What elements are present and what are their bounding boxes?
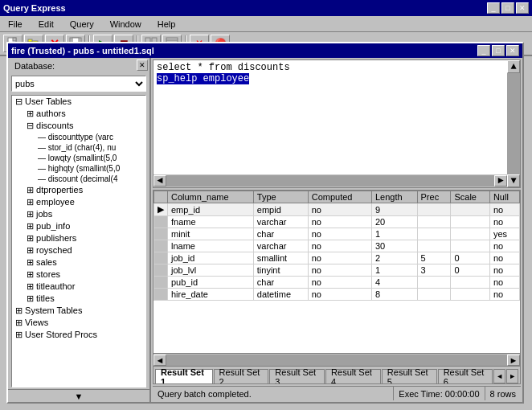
tab-result-set-1[interactable]: Result Set 1 [155,369,213,383]
cell-prec: 5 [417,252,451,264]
h-scroll-right[interactable]: ► [494,175,507,187]
menu-edit[interactable]: Edit [34,18,59,30]
cell-null: no [489,216,519,228]
cell-computed: no [308,203,371,216]
inner-window: fire (Trusted) - pubs - untitled1.sql _ … [6,42,524,404]
tree-item-pubinfo[interactable]: ⊞ pub_info [12,220,145,232]
tree-item-discounttype[interactable]: — discounttype (varc [12,132,145,142]
row-indicator [154,252,168,264]
h-scroll-track [166,175,494,187]
menu-window[interactable]: Window [105,18,146,30]
cell-col-name: pub_id [168,277,254,289]
tree-item-jobs[interactable]: ⊞ jobs [12,208,145,220]
tab-result-set-5[interactable]: Result Set 5 [382,369,437,383]
cell-type: char [253,228,308,240]
cell-col-name: hire_date [168,289,254,301]
cell-type: char [253,277,308,289]
cell-length: 20 [371,216,417,228]
tab-scroll-left[interactable]: ◄ [493,369,505,383]
results-h-scroll-right[interactable]: ► [507,355,520,366]
inner-title-bar: fire (Trusted) - pubs - untitled1.sql _ … [8,43,522,58]
cell-null: no [489,289,519,301]
scroll-track [507,73,520,174]
cell-computed: no [308,252,371,264]
tree-item-sales[interactable]: ⊞ sales [12,256,145,269]
results-h-scroll-left[interactable]: ◄ [153,355,166,366]
tree-item-stored-procs[interactable]: ⊞ User Stored Procs [12,329,145,341]
status-message: Query batch completed. [153,387,394,400]
tree-scroll-arrow[interactable]: ▼ [8,389,149,402]
tree-item-titles[interactable]: ⊞ titles [12,293,145,305]
sql-editor[interactable]: select * from discounts sp_help employee… [153,59,521,188]
cell-type: smallint [253,252,308,264]
cell-prec [417,277,451,289]
tree-item-label: titleauthor [36,281,75,291]
tree-item-user-tables[interactable]: ⊟ User Tables [12,96,145,108]
cell-length: 1 [371,228,417,240]
col-header-column-name: Column_name [168,191,254,203]
tree-item-label: authors [36,109,66,118]
tree-item-titleauthor[interactable]: ⊞ titleauthor [12,281,145,293]
tree-item-system-tables[interactable]: ⊞ System Tables [12,305,145,317]
tree-item-label: employee [36,197,75,207]
minimize-button[interactable]: _ [487,2,500,14]
tree-item-discounts[interactable]: ⊟ discounts [12,120,145,132]
tree-item-stores[interactable]: ⊞ stores [12,269,145,281]
tree-item-dtproperties[interactable]: ⊞ dtproperties [12,184,145,196]
inner-close-button[interactable]: ✕ [506,45,519,56]
inner-minimize-button[interactable]: _ [477,45,490,56]
col-header-length: Length [371,191,417,203]
inner-maximize-button[interactable]: □ [492,45,505,56]
cell-length: 9 [371,203,417,216]
menu-file[interactable]: File [3,18,27,30]
tree-item-views[interactable]: ⊞ Views [12,317,145,329]
menu-help[interactable]: Help [153,18,181,30]
cell-prec [417,203,451,216]
editor-scrollbar[interactable]: ▲ ▼ [507,60,520,187]
tree-item-highqty[interactable]: — highqty (smallint(5,0 [12,163,145,174]
cell-type: datetime [253,289,308,301]
table-row: job_lvl tinyint no 1 3 0 no [154,264,520,277]
status-bar: Query batch completed. Exec Time: 00:00:… [153,386,521,400]
maximize-button[interactable]: □ [501,2,514,14]
sql-line-1: select * from discounts [157,62,517,73]
cell-col-name: fname [168,216,254,228]
database-tree: ⊟ User Tables ⊞ authors ⊟ discounts — di… [11,95,146,387]
sql-highlighted-text: sp_help employee [157,73,249,84]
tree-item-roysched[interactable]: ⊞ roysched [12,244,145,256]
tab-scroll-right[interactable]: ► [506,369,518,383]
tree-item-employee[interactable]: ⊞ employee [12,196,145,208]
tree-item-label: roysched [36,245,72,255]
cell-type: empid [253,203,308,216]
scroll-up-arrow[interactable]: ▲ [507,60,520,73]
tab-result-set-3[interactable]: Result Set 3 [269,369,325,383]
cell-prec [417,216,451,228]
row-indicator [154,289,168,301]
menu-query[interactable]: Query [65,18,99,30]
app-title-bar: Query Express _ □ ✕ [0,0,532,16]
scroll-down-arrow[interactable]: ▼ [507,174,520,187]
tree-item-label: titles [36,293,55,303]
cell-col-name: job_id [168,252,254,264]
col-header-indicator [154,191,168,203]
results-table-container[interactable]: Column_name Type Computed Length Prec Sc… [153,191,520,353]
tab-result-set-6[interactable]: Result Set 6 [438,369,493,383]
tree-item-authors[interactable]: ⊞ authors [12,108,145,120]
tab-result-set-2[interactable]: Result Set 2 [214,369,269,383]
table-row: fname varchar no 20 no [154,216,520,228]
tree-item-discount[interactable]: — discount (decimal(4 [12,174,145,184]
results-h-scrollbar[interactable]: ◄ ► [153,353,520,366]
tree-item-lowqty[interactable]: — lowqty (smallint(5,0 [12,153,145,163]
tree-item-publishers[interactable]: ⊞ publishers [12,232,145,244]
editor-h-scrollbar[interactable]: ◄ ► [153,174,507,187]
panel-close-button[interactable]: ✕ [137,59,148,71]
h-scroll-left[interactable]: ◄ [153,175,166,187]
tab-result-set-4[interactable]: Result Set 4 [325,369,381,383]
cell-prec: 3 [417,264,451,277]
close-button[interactable]: ✕ [516,2,529,14]
tree-item-storid[interactable]: — stor_id (char(4), nu [12,142,145,153]
tree-item-label: User Tables [25,96,72,106]
database-select[interactable]: pubs [11,76,146,92]
status-exec-time: Exec Time: 00:00:00 [394,387,485,400]
table-row: job_id smallint no 2 5 0 no [154,252,520,264]
